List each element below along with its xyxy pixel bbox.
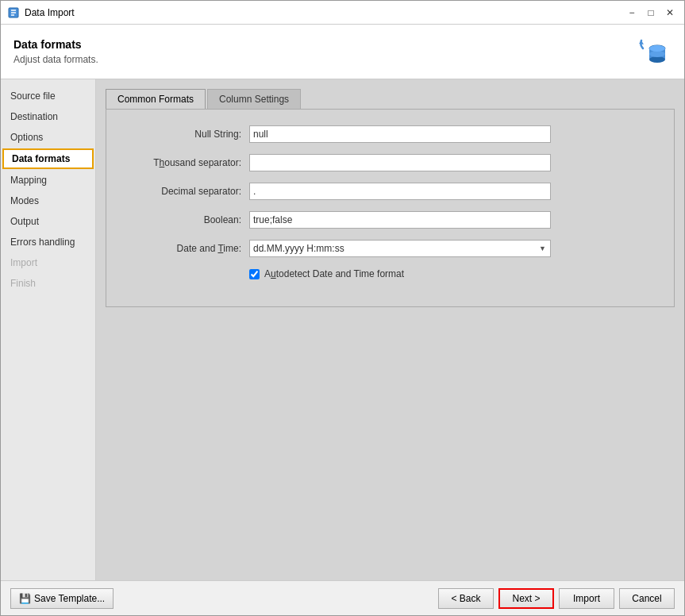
titlebar-controls: − □ ✕ [624,5,678,21]
page-title: Data formats [13,38,98,51]
footer: 💾 Save Template... < Back Next > Import … [1,580,684,615]
sidebar-item-finish: Finish [1,273,95,294]
sidebar-item-errors-handling[interactable]: Errors handling [1,232,95,252]
sidebar-item-output[interactable]: Output [1,211,95,232]
thousand-separator-row: Thousand separator: [122,154,658,171]
database-icon [633,33,672,71]
boolean-input[interactable] [249,211,551,229]
header-left: Data formats Adjust data formats. [13,38,98,65]
decimal-separator-row: Decimal separator: [122,183,658,200]
page-subtitle: Adjust data formats. [13,54,98,65]
sidebar-item-import: Import [1,252,95,273]
tab-common-formats[interactable]: Common Formats [106,89,206,109]
decimal-separator-label: Decimal separator: [122,186,249,197]
thousand-separator-label: Thousand separator: [122,157,249,168]
svg-point-7 [649,51,665,57]
tab-column-settings[interactable]: Column Settings [207,89,301,109]
sidebar-item-modes[interactable]: Modes [1,191,95,211]
decimal-separator-input[interactable] [249,183,551,200]
close-button[interactable]: ✕ [662,5,678,21]
next-button[interactable]: Next > [498,588,554,609]
footer-left: 💾 Save Template... [10,588,438,609]
content-area: Common Formats Column Settings Null Stri… [96,79,684,580]
sidebar-item-data-formats[interactable]: Data formats [2,148,94,169]
boolean-label: Boolean: [122,214,249,225]
null-string-row: Null String: [122,125,658,143]
cancel-button[interactable]: Cancel [619,588,675,609]
date-time-select[interactable]: dd.MM.yyyy H:mm:ss [249,240,551,257]
svg-point-8 [649,45,665,52]
sidebar-item-destination[interactable]: Destination [1,106,95,127]
date-time-row: Date and Time: dd.MM.yyyy H:mm:ss [122,240,658,257]
date-time-label: Date and Time: [122,243,249,254]
window: Data Import − □ ✕ Data formats Adjust da… [0,0,685,616]
autodetect-checkbox[interactable] [249,269,260,279]
save-template-button[interactable]: 💾 Save Template... [10,588,114,609]
null-string-label: Null String: [122,129,249,140]
autodetect-label: Autodetect Date and Time format [264,268,404,279]
sidebar-item-mapping[interactable]: Mapping [1,170,95,191]
sidebar-item-source-file[interactable]: Source file [1,86,95,106]
save-icon: 💾 [19,593,31,604]
null-string-input[interactable] [249,125,551,143]
thousand-separator-input[interactable] [249,154,551,171]
boolean-row: Boolean: [122,211,658,229]
save-template-label: Save Template... [34,593,105,604]
minimize-button[interactable]: − [624,5,640,21]
import-button[interactable]: Import [559,588,614,609]
header: Data formats Adjust data formats. [1,25,684,79]
main-content: Source file Destination Options Data for… [1,79,684,580]
date-time-select-wrapper: dd.MM.yyyy H:mm:ss [249,240,551,257]
tab-content: Null String: Thousand separator: Decimal… [106,109,675,307]
autodetect-row: Autodetect Date and Time format [249,268,658,279]
app-icon [7,6,20,19]
back-button[interactable]: < Back [438,588,494,609]
sidebar: Source file Destination Options Data for… [1,79,96,580]
footer-right: < Back Next > Import Cancel [438,588,675,609]
tabs-container: Common Formats Column Settings [106,89,675,109]
titlebar: Data Import − □ ✕ [1,1,684,25]
sidebar-item-options[interactable]: Options [1,127,95,148]
window-title: Data Import [25,7,624,18]
maximize-button[interactable]: □ [643,5,659,21]
svg-point-6 [649,56,665,63]
